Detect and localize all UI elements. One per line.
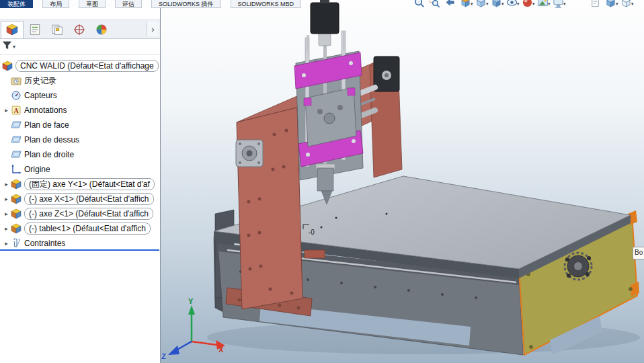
expand-arrow-icon[interactable]: ▸ xyxy=(2,196,11,202)
dropdown-caret-icon[interactable]: ▾ xyxy=(563,0,566,9)
triad-y-label: Y xyxy=(188,297,194,305)
feature-manager-tab[interactable] xyxy=(1,21,24,38)
tree-item[interactable]: ▸ (-) axe X<1> (Défaut<Etat d'affich xyxy=(0,192,160,206)
tree-item[interactable]: Plan de face xyxy=(0,118,160,132)
origin-icon xyxy=(11,164,22,175)
apply-scene-icon[interactable]: ▾ xyxy=(537,0,553,9)
mates-icon xyxy=(11,238,22,249)
dropdown-caret-icon[interactable]: ▾ xyxy=(631,0,634,9)
cnc-3d-model[interactable]: -0 xyxy=(160,0,644,363)
tree-item[interactable]: Capteurs xyxy=(0,88,160,103)
tree-item[interactable]: ▸ (-) axe Z<1> (Défaut<Etat d'affich xyxy=(0,206,160,221)
command-tab[interactable]: 草图 xyxy=(79,0,106,8)
panel-flyout-button[interactable]: › xyxy=(147,22,159,36)
command-tab[interactable]: SOLIDWORKS 插件 xyxy=(151,0,221,8)
plane-icon xyxy=(11,149,22,160)
dropdown-caret-icon[interactable]: ▾ xyxy=(548,0,551,9)
tree-item[interactable]: ▸ A Annotations xyxy=(0,103,160,118)
dropdown-caret-icon[interactable]: ▾ xyxy=(471,0,473,9)
triad-x-label: X xyxy=(218,346,224,354)
command-tab[interactable]: 布局 xyxy=(42,0,69,8)
tree-item[interactable]: 历史记录 xyxy=(0,73,160,88)
previous-view-icon[interactable] xyxy=(444,0,460,9)
history-icon xyxy=(11,75,22,86)
dropdown-caret-icon[interactable]: ▾ xyxy=(501,0,504,9)
component-icon xyxy=(11,179,22,190)
heads-up-group: ▾▾▾▾▾▾▾ xyxy=(413,0,568,9)
edit-appearance-icon[interactable]: ▾ xyxy=(522,0,537,9)
plane-icon xyxy=(11,134,22,145)
assembly-icon xyxy=(2,61,13,71)
command-manager-tabs: 装配体布局草图评估SOLIDWORKS 插件SOLIDWORKS MBD xyxy=(0,0,311,7)
expand-arrow-icon[interactable]: ▸ xyxy=(2,225,11,232)
command-tab[interactable]: 评估 xyxy=(115,0,142,8)
command-tab[interactable]: SOLIDWORKS MBD xyxy=(231,0,302,8)
feature-manager-panel: › ▾ CNC WALID (Défaut<Etat d'affichage 历… xyxy=(0,7,161,363)
sensors-icon xyxy=(11,90,22,101)
view-settings-icon[interactable]: ▾ xyxy=(553,0,568,9)
tree-item[interactable]: ▸ (固定) axe Y<1> (Défaut<Etat d'af xyxy=(0,177,160,192)
tree-item[interactable]: ▸ (-) table<1> (Défaut<Etat d'affich xyxy=(0,221,160,236)
component-icon xyxy=(11,223,22,234)
z-axis-motor[interactable] xyxy=(311,3,339,34)
tree-item[interactable]: Plan de dessus xyxy=(0,132,160,147)
plane-icon xyxy=(11,120,22,130)
dimxpert-manager-tab[interactable] xyxy=(69,21,90,38)
view-orientation-icon[interactable]: ▾ xyxy=(475,0,491,9)
filter-funnel-icon[interactable] xyxy=(2,40,12,53)
tree-item[interactable]: CNC WALID (Défaut<Etat d'affichage xyxy=(0,58,160,73)
zoom-fit-icon[interactable] xyxy=(413,0,429,9)
gantry-column[interactable] xyxy=(237,108,303,309)
expand-arrow-icon[interactable]: ▸ xyxy=(2,240,11,247)
heads-up-toolbar: ▾▾▾▾▾▾▾▾▾ xyxy=(413,0,644,9)
expand-arrow-icon[interactable]: ▸ xyxy=(2,181,11,188)
origin-annotation: -0 xyxy=(309,229,315,236)
dropdown-caret-icon[interactable]: ▾ xyxy=(486,0,489,9)
property-manager-tab[interactable] xyxy=(24,21,46,38)
triad-z-label: Z xyxy=(161,352,166,360)
display-manager-tab[interactable] xyxy=(91,21,112,38)
dropdown-caret-icon[interactable]: ▾ xyxy=(517,0,520,9)
filter-dropdown-caret-icon[interactable]: ▾ xyxy=(13,44,15,50)
sheet-icon[interactable] xyxy=(590,0,605,9)
command-tab[interactable]: 装配体 xyxy=(0,0,33,8)
expand-arrow-icon[interactable]: ▸ xyxy=(2,210,11,217)
cube-blue-icon[interactable]: ▾ xyxy=(605,0,620,9)
display-style-icon[interactable]: ▾ xyxy=(491,0,506,9)
section-view-icon[interactable]: ▾ xyxy=(460,0,475,9)
spindle[interactable] xyxy=(317,168,333,191)
cube-outline-icon[interactable]: ▾ xyxy=(620,0,636,9)
panel-tab-bar: › xyxy=(0,19,160,39)
zoom-area-icon[interactable] xyxy=(429,0,444,9)
panel-top-space xyxy=(0,7,160,19)
expand-arrow-icon[interactable]: ▸ xyxy=(2,107,11,114)
tree-item[interactable]: Origine xyxy=(0,162,160,177)
feature-tree: CNC WALID (Défaut<Etat d'affichage 历史记录 … xyxy=(0,55,160,251)
dropdown-caret-icon[interactable]: ▾ xyxy=(616,0,618,9)
hide-show-items-icon[interactable]: ▾ xyxy=(506,0,522,9)
tree-item[interactable]: ▸ Contraintes xyxy=(0,236,160,251)
component-icon xyxy=(11,208,22,219)
panel-splitter-bar[interactable] xyxy=(0,249,159,251)
svg-text:A: A xyxy=(13,107,19,114)
component-icon xyxy=(11,194,22,204)
tree-item[interactable]: Plan de droite xyxy=(0,147,160,162)
configuration-manager-tab[interactable] xyxy=(46,21,68,38)
dropdown-caret-icon[interactable]: ▾ xyxy=(532,0,535,9)
heads-up-group: ▾▾ xyxy=(590,0,636,9)
edge-tooltip: Bo xyxy=(633,247,644,259)
annotations-icon: A xyxy=(11,105,22,116)
tree-filter-bar: ▾ xyxy=(0,39,160,55)
